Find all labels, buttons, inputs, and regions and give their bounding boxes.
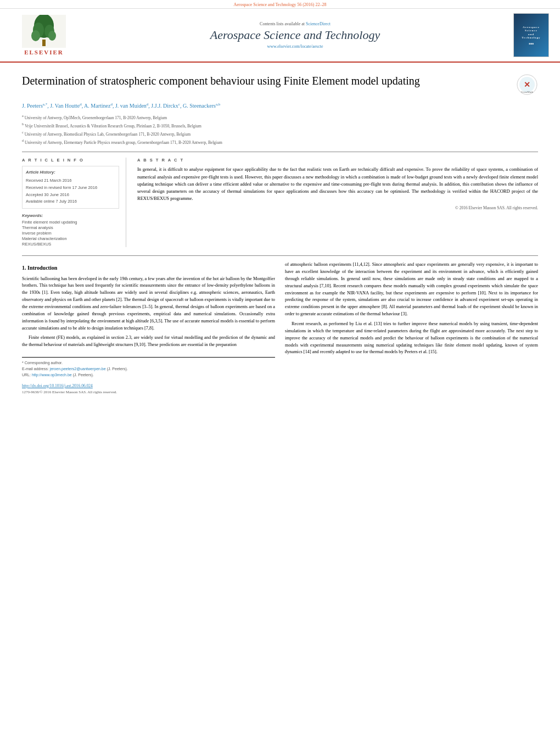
body-left-col: 1. Introduction Scientific ballooning ha… xyxy=(22,261,275,395)
author-dirckx: J.J.J. Dirckx xyxy=(151,103,178,109)
sciencedirect-link[interactable]: ScienceDirect xyxy=(306,21,331,26)
elsevier-label: ELSEVIER xyxy=(24,49,64,55)
intro-section-title: 1. Introduction xyxy=(22,264,275,272)
author-steenackers: G. Steenackers xyxy=(183,103,216,109)
author-van-muiden: J. van Muiden xyxy=(115,103,147,109)
article-info-title: A R T I C L E I N F O xyxy=(22,158,119,163)
body-two-col: 1. Introduction Scientific ballooning ha… xyxy=(22,261,538,395)
email-link[interactable]: jeroen.peeters2@uantwerpen.be xyxy=(50,367,106,371)
abstract-section: A B S T R A C T In general, it is diffic… xyxy=(137,158,538,247)
article-title-section: Determination of stratospheric component… xyxy=(22,74,538,96)
journal-reference: Aerospace Science and Technology 56 (201… xyxy=(233,2,326,7)
journal-url[interactable]: www.elsevier.com/locate/aescte xyxy=(77,44,513,49)
info-abstract-section: A R T I C L E I N F O Article History: R… xyxy=(22,152,538,247)
top-journal-bar: Aerospace Science and Technology 56 (201… xyxy=(0,0,560,9)
keyword-2: Thermal analysis xyxy=(22,225,119,230)
journal-cover-image: AerospaceScienceandTechnology ■■■ xyxy=(513,13,549,57)
article-history-box: Article History: Received 21 March 2016 … xyxy=(22,166,119,209)
keyword-5: REXUS/BEXUS xyxy=(22,242,119,247)
abstract-text: In general, it is difficult to analyse e… xyxy=(137,166,538,202)
corresponding-author-label: * Corresponding author. xyxy=(22,360,275,366)
received-date: Received 21 March 2016 xyxy=(26,177,115,185)
svg-point-5 xyxy=(31,30,40,41)
accepted-date: Accepted 30 June 2016 xyxy=(26,192,115,199)
keyword-4: Material characterization xyxy=(22,236,119,241)
body-right-col: of atmospheric balloon experiments [11,4… xyxy=(285,261,538,395)
author-peeters: J. Peeters xyxy=(22,103,43,109)
elsevier-logo: ELSEVIER xyxy=(11,15,77,55)
svg-rect-1 xyxy=(42,40,46,46)
journal-title-header: Aerospace Science and Technology xyxy=(77,28,513,42)
abstract-title: A B S T R A C T xyxy=(137,158,538,163)
intro-para-2: Finite element (FE) models, as explained… xyxy=(22,334,275,349)
affiliation-c: c University of Antwerp, Biomedical Phys… xyxy=(22,130,538,137)
abstract-copyright: © 2016 Elsevier Masson SAS. All rights r… xyxy=(137,205,538,210)
footnote-area: * Corresponding author. E-mail address: … xyxy=(22,357,275,378)
history-title: Article History: xyxy=(26,169,115,176)
contents-available-text: Contents lists available at ScienceDirec… xyxy=(77,21,513,26)
affiliations: a University of Antwerp, Op3Mech, Groene… xyxy=(22,113,538,145)
keyword-3: Inverse problem xyxy=(22,231,119,236)
right-para-2: Recent research, as performed by Liu et … xyxy=(285,321,538,356)
affiliation-a: a University of Antwerp, Op3Mech, Groene… xyxy=(22,113,538,121)
elsevier-tree-icon xyxy=(22,15,66,48)
email-footnote: E-mail address: jeroen.peeters2@uantwerp… xyxy=(22,366,275,372)
crossmark-icon: ✕ CrossMark xyxy=(516,74,538,96)
doi-bar: http://dx.doi.org/10.1016/j.ast.2016.06.… xyxy=(22,383,275,395)
author-van-houtte: J. Van Houtte xyxy=(50,103,80,109)
svg-text:✕: ✕ xyxy=(524,81,530,89)
author-martinez: A. Martinez xyxy=(84,103,110,109)
journal-header: ELSEVIER Contents lists available at Sci… xyxy=(0,9,560,63)
url-link[interactable]: http://www.op3mech.be xyxy=(32,373,72,377)
keywords-box: Keywords: Finite element model updating … xyxy=(22,213,119,247)
article-title: Determination of stratospheric component… xyxy=(22,74,508,88)
journal-center: Contents lists available at ScienceDirec… xyxy=(77,21,513,49)
issn-copyright: 1270-9638/© 2016 Elsevier Masson SAS. Al… xyxy=(22,390,117,394)
affiliation-d: d University of Antwerp, Elementary Part… xyxy=(22,138,538,146)
svg-point-6 xyxy=(48,31,56,41)
right-para-1: of atmospheric balloon experiments [11,4… xyxy=(285,261,538,318)
svg-text:CrossMark: CrossMark xyxy=(521,91,534,93)
available-online-date: Available online 7 July 2016 xyxy=(26,198,115,205)
article-info-panel: A R T I C L E I N F O Article History: R… xyxy=(22,158,126,247)
url-footnote: URL: http://www.op3mech.be (J. Peeters). xyxy=(22,372,275,378)
received-revised-date: Received in revised form 17 June 2016 xyxy=(26,185,115,192)
main-content: Determination of stratospheric component… xyxy=(0,63,560,406)
section-divider xyxy=(22,255,538,256)
affiliation-b: b Vrije Universiteilt Brussel, Acoustics… xyxy=(22,121,538,129)
keyword-1: Finite element model updating xyxy=(22,220,119,225)
intro-para-1: Scientific ballooning has been developed… xyxy=(22,276,275,332)
keywords-title: Keywords: xyxy=(22,213,119,218)
doi-link[interactable]: http://dx.doi.org/10.1016/j.ast.2016.06.… xyxy=(22,383,93,388)
authors-line: J. Peetersa,*, J. Van Houtted, A. Martin… xyxy=(22,102,538,109)
